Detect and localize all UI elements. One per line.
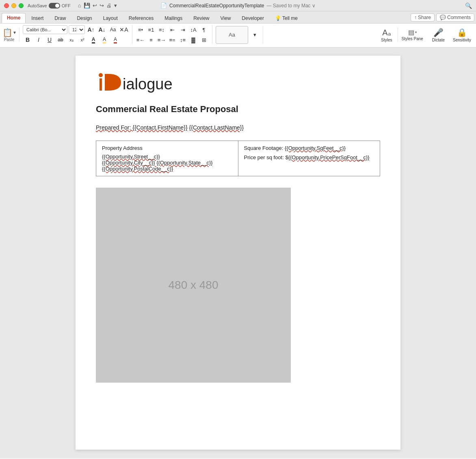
document-page: ialogue Commercial Real Estate Proposal … <box>76 56 400 450</box>
paragraph-group: ≡• ≡1 ≡↕ ⇤ ⇥ ↕A ¶ ≡← ≡ ≡→ ≡= ↕≡ ▓ ⊞ <box>136 25 212 44</box>
ribbon-right: Aₐ Styles ▤ ▾ Styles Pane 🎤 Dictate 🔒 Se… <box>379 27 474 43</box>
titlebar-right: 🔍 <box>465 2 472 9</box>
tab-references[interactable]: References <box>123 13 159 23</box>
comment-icon: 💬 <box>440 15 446 20</box>
postal-field: {{Opportunity.PostalCode__c}} <box>102 166 232 172</box>
shrink-font-button[interactable]: A↓ <box>97 25 107 34</box>
maximize-button[interactable] <box>19 3 24 8</box>
strikethrough-button[interactable]: ab <box>56 35 65 44</box>
tab-layout[interactable]: Layout <box>98 13 123 23</box>
paste-dropdown-icon[interactable]: ▾ <box>13 30 16 35</box>
styles-pane-icon: ▤ <box>408 28 414 36</box>
underline-button[interactable]: U <box>45 35 54 44</box>
bullets-button[interactable]: ≡• <box>136 25 145 34</box>
styles-pane-button[interactable]: ▤ ▾ Styles Pane <box>398 28 426 42</box>
document-area: ialogue Commercial Real Estate Proposal … <box>0 48 476 458</box>
align-right-button[interactable]: ≡→ <box>157 35 167 44</box>
home-icon[interactable]: ⌂ <box>78 2 81 9</box>
autosave-toggle[interactable] <box>49 3 60 9</box>
increase-indent-button[interactable]: ⇥ <box>178 25 188 34</box>
subscript-button[interactable]: x₂ <box>67 35 76 44</box>
styles-preview[interactable]: Aa <box>216 26 248 44</box>
tab-insert[interactable]: Insert <box>26 13 49 23</box>
font-group: Calibri (Bo... 12 A↑ A↓ Aa ✕A B I U ab x… <box>23 25 132 44</box>
justify-button[interactable]: ≡= <box>167 35 177 44</box>
highlight-button[interactable]: A <box>100 35 109 44</box>
ribbon-row1: 📋 ▾ Paste Calibri (Bo... 12 A↑ A↓ Aa ✕ <box>2 25 474 44</box>
save-icon[interactable]: 💾 <box>84 2 90 9</box>
paste-label: Paste <box>4 37 15 42</box>
shading-button[interactable]: ▓ <box>188 35 198 44</box>
paste-group: 📋 ▾ Paste <box>2 28 19 42</box>
titlebar-left: AutoSave OFF ⌂ 💾 ↩ ↪ 🖨 ▾ <box>28 2 117 9</box>
tab-tell-me[interactable]: 💡 Tell me <box>270 13 303 23</box>
logo-area: ialogue <box>96 72 380 96</box>
grow-font-button[interactable]: A↑ <box>86 25 96 34</box>
traffic-lights <box>4 3 24 8</box>
prepared-for: Prepared For: {{Contact.FirstName}} {{Co… <box>96 124 380 131</box>
minimize-button[interactable] <box>11 3 16 8</box>
undo-icon[interactable]: ↩ <box>93 2 97 9</box>
table-row: Property Address {{Opportunity.Street__c… <box>96 141 380 176</box>
titlebar-icons: ⌂ 💾 ↩ ↪ 🖨 ▾ <box>78 2 117 9</box>
search-icon[interactable]: 🔍 <box>465 2 472 9</box>
paste-icon[interactable]: 📋 <box>2 28 13 37</box>
print-icon[interactable]: 🖨 <box>106 2 112 9</box>
font-color-button[interactable]: A <box>89 35 98 44</box>
tab-review[interactable]: Review <box>188 13 214 23</box>
titlebar: AutoSave OFF ⌂ 💾 ↩ ↪ 🖨 ▾ 📄 CommercialRea… <box>0 0 476 11</box>
sqft-field: {{Opportunity.SqFeet__c}} <box>285 145 346 151</box>
redo-icon[interactable]: ↪ <box>100 2 104 9</box>
svg-text:ialogue: ialogue <box>123 76 173 93</box>
line-spacing-button[interactable]: ↕≡ <box>178 35 188 44</box>
italic-button[interactable]: I <box>34 35 43 44</box>
autosave-label: AutoSave OFF <box>28 3 71 9</box>
logo-svg: ialogue <box>96 72 210 94</box>
svg-rect-2 <box>105 74 108 91</box>
superscript-button[interactable]: x² <box>78 35 87 44</box>
align-center-button[interactable]: ≡ <box>146 35 156 44</box>
table-cell-address: Property Address {{Opportunity.Street__c… <box>96 141 238 176</box>
align-left-button[interactable]: ≡← <box>136 35 145 44</box>
lightbulb-icon: 💡 <box>275 15 281 21</box>
more-icon[interactable]: ▾ <box>114 2 117 9</box>
svg-point-0 <box>99 73 103 77</box>
image-placeholder: 480 x 480 <box>96 188 291 383</box>
tab-draw[interactable]: Draw <box>49 13 71 23</box>
show-formatting-button[interactable]: ¶ <box>199 25 209 34</box>
sqft-row: Square Footage: {{Opportunity.SqFeet__c}… <box>244 145 374 151</box>
bold-button[interactable]: B <box>23 35 32 44</box>
decrease-indent-button[interactable]: ⇤ <box>167 25 177 34</box>
ribbon-toolbar: 📋 ▾ Paste Calibri (Bo... 12 A↑ A↓ Aa ✕ <box>0 24 476 48</box>
comments-button[interactable]: 💬 Comments <box>436 13 474 22</box>
tab-design[interactable]: Design <box>71 13 97 23</box>
styles-dropdown-button[interactable]: ▾ <box>250 30 260 39</box>
styles-group: Aa ▾ <box>216 26 263 44</box>
case-button[interactable]: Aa <box>108 25 118 34</box>
font-name-select[interactable]: Calibri (Bo... <box>23 25 67 34</box>
tab-developer[interactable]: Developer <box>236 13 269 23</box>
numbering-button[interactable]: ≡1 <box>146 25 156 34</box>
share-button[interactable]: ↑ Share <box>411 13 435 22</box>
sort-button[interactable]: ↕A <box>188 25 198 34</box>
styles-button[interactable]: Aₐ Styles <box>379 27 394 43</box>
tab-home[interactable]: Home <box>2 13 26 23</box>
font-color2-button[interactable]: A <box>110 35 120 44</box>
borders-button[interactable]: ⊞ <box>199 35 209 44</box>
share-icon: ↑ <box>414 15 417 20</box>
tab-mailings[interactable]: Mailings <box>159 13 188 23</box>
dictate-button[interactable]: 🎤 Dictate <box>430 27 447 43</box>
svg-rect-1 <box>100 78 102 91</box>
close-button[interactable] <box>4 3 9 8</box>
tab-view[interactable]: View <box>215 13 236 23</box>
ribbon-tabs: Home Insert Draw Design Layout Reference… <box>0 11 476 24</box>
dictate-icon: 🎤 <box>433 28 444 37</box>
table-cell-details: Square Footage: {{Opportunity.SqFeet__c}… <box>238 141 380 176</box>
sensitivity-icon: 🔒 <box>457 28 467 37</box>
multilevel-button[interactable]: ≡↕ <box>157 25 167 34</box>
clear-format-button[interactable]: ✕A <box>119 25 129 34</box>
ribbon-actions: ↑ Share 💬 Comments <box>411 13 474 23</box>
contact-lastname-field: {{Contact.LastName}} <box>189 124 244 131</box>
sensitivity-button[interactable]: 🔒 Sensitivity <box>450 27 474 43</box>
font-size-select[interactable]: 12 <box>69 25 85 34</box>
